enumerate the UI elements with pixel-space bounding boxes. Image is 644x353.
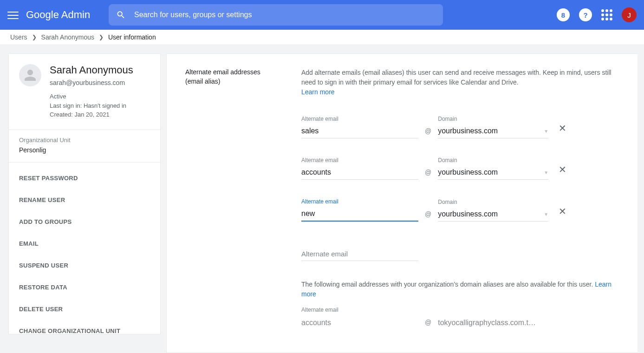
alias-row: Alternate email @ Domain yourbusiness.co… [301,157,619,180]
breadcrumb-current: User information [108,33,156,41]
learn-more-link[interactable]: Learn more [301,88,335,96]
action-delete-user[interactable]: DELETE USER [9,298,160,320]
chevron-down-icon: ▼ [544,212,548,217]
action-rename-user[interactable]: RENAME USER [9,189,160,211]
alias-input[interactable] [301,125,418,138]
action-restore-data[interactable]: RESTORE DATA [9,276,160,298]
at-sign: @ [425,169,431,180]
user-header: Sarah Anonymous sarah@yourbusiness.com A… [9,54,160,130]
org-section: Organizational Unit Personlig [9,130,160,163]
chevron-down-icon: ▼ [544,129,548,134]
action-change-org-unit[interactable]: CHANGE ORGANIZATIONAL UNIT [9,320,160,342]
alias-row: Alternate email @ Domain yourbusiness.co… [301,198,619,222]
alias-row: Alternate email @ Domain yourbusiness.co… [301,116,619,138]
menu-icon[interactable] [7,9,19,20]
search-input[interactable] [134,11,436,19]
user-created: Created: Jan 20, 2021 [50,110,133,119]
domain-label: Domain [438,116,548,122]
readonly-alias-value: accounts [301,319,418,330]
org-label: Organizational Unit [19,137,150,144]
user-sidebar: Sarah Anonymous sarah@yourbusiness.com A… [8,53,161,334]
user-last-signin: Last sign in: Hasn't signed in [50,101,133,111]
user-name: Sarah Anonymous [50,64,133,76]
logo-admin: Admin [61,9,90,20]
alt-email-label: Alternate email [301,307,338,313]
alt-email-label: Alternate email [301,157,418,163]
notifications-badge[interactable]: 8 [557,8,570,21]
at-sign: @ [425,319,431,330]
breadcrumb: Users ❯ Sarah Anonymous ❯ User informati… [0,30,644,45]
section-description: Add alternate emails (email aliases) thi… [301,68,619,97]
header-right: 8 ? J [557,7,637,22]
app-header: Google Admin 8 ? J [0,0,644,30]
search-icon [116,10,126,20]
user-avatar-icon [19,64,41,86]
alias-input-active[interactable] [301,208,418,222]
domain-aliases-text: The following email addresses with your … [301,280,619,299]
remove-alias-icon[interactable]: ✕ [555,162,570,180]
domain-select[interactable]: yourbusiness.com▼ [438,125,548,138]
alt-email-label: Alternate email [301,198,418,205]
logo[interactable]: Google Admin [26,9,90,21]
domain-label: Domain [438,199,548,205]
main-panel: Alternate email addresses (email alias) … [166,53,637,353]
alias-input-empty[interactable] [301,247,418,261]
alt-email-label: Alternate email [301,116,418,122]
logo-google: Google [26,9,59,20]
readonly-alias-row: accounts @ tokyocalligraphyclass.com.t… [301,319,619,330]
action-add-to-groups[interactable]: ADD TO GROUPS [9,211,160,233]
action-reset-password[interactable]: RESET PASSWORD [9,167,160,189]
remove-alias-icon[interactable]: ✕ [555,121,570,138]
readonly-alias-domain: tokyocalligraphyclass.com.t… [438,319,548,330]
at-sign: @ [425,127,431,138]
chevron-right-icon: ❯ [32,34,37,40]
action-email[interactable]: EMAIL [9,233,160,255]
chevron-right-icon: ❯ [99,34,104,40]
avatar[interactable]: J [622,7,637,22]
search-bar[interactable] [109,4,443,26]
chevron-down-icon: ▼ [544,170,548,175]
alias-input[interactable] [301,166,418,180]
remove-alias-icon[interactable]: ✕ [555,204,570,222]
apps-icon[interactable] [601,9,612,20]
domain-label: Domain [438,157,548,163]
breadcrumb-user[interactable]: Sarah Anonymous [41,33,94,41]
breadcrumb-users[interactable]: Users [10,33,27,41]
domain-select[interactable]: yourbusiness.com▼ [438,208,548,222]
user-email: sarah@yourbusiness.com [50,79,133,86]
actions-list: RESET PASSWORD RENAME USER ADD TO GROUPS… [9,163,160,346]
at-sign: @ [425,210,431,222]
org-value: Personlig [19,146,150,154]
action-suspend-user[interactable]: SUSPEND USER [9,255,160,276]
section-title: Alternate email addresses (email alias) [185,68,278,339]
user-status: Active [50,92,133,101]
domain-select[interactable]: yourbusiness.com▼ [438,166,548,180]
help-icon[interactable]: ? [579,8,592,21]
